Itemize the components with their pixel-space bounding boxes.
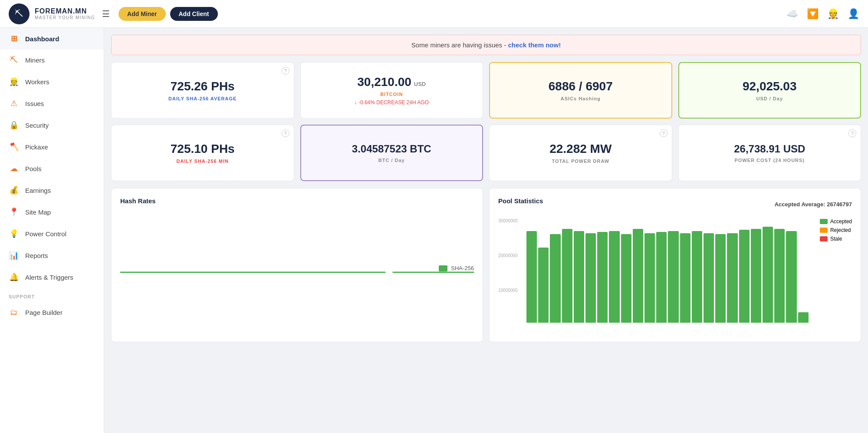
power-icon: 💡 [9, 229, 19, 238]
bar-group [597, 218, 608, 323]
hash-rates-legend: SHA-256 [439, 265, 474, 271]
bar-group [550, 218, 560, 323]
bar-group [585, 218, 596, 323]
sidebar-label-security: Security [25, 122, 49, 129]
sidebar-item-earnings[interactable]: 💰 Earnings [0, 179, 104, 201]
charts-grid: Hash Rates SHA-256 Pool Statistics [111, 188, 861, 342]
pool-legend: Accepted Rejected Stale [820, 218, 852, 242]
sidebar-label-power-control: Power Control [25, 230, 66, 238]
sidebar-item-pickaxe[interactable]: 🪓 Pickaxe [0, 136, 104, 158]
sidebar-label-dashboard: Dashboard [25, 35, 59, 43]
alert-banner: Some miners are having issues - check th… [111, 35, 861, 55]
help-icon-power-draw[interactable]: ? [660, 129, 667, 137]
bar-accepted [727, 233, 737, 323]
bar-group [526, 218, 537, 323]
bitcoin-label: BITCOIN [380, 92, 403, 97]
hash-rates-chart: SHA-256 [120, 212, 474, 333]
sidebar-item-dashboard[interactable]: ⊞ Dashboard [0, 28, 104, 50]
pool-legend-stale: Stale [820, 236, 852, 242]
logo-area: ⛏ FOREMAN.MN MASTER YOUR MINING [9, 3, 95, 24]
add-client-button[interactable]: Add Client [170, 7, 218, 21]
metric-card-sha-avg: ? 725.26 PHs DAILY SHA-256 AVERAGE [111, 62, 294, 119]
worker-icon[interactable]: 👷 [827, 8, 839, 20]
sidebar-label-issues: Issues [25, 100, 44, 107]
main-layout: ⊞ Dashboard ⛏ Miners 👷 Workers ⚠ Issues … [0, 28, 868, 433]
bar-accepted [621, 234, 631, 323]
sidebar-item-miners[interactable]: ⛏ Miners [0, 50, 104, 71]
alerts-icon: 🔔 [9, 272, 19, 282]
power-cost-label: POWER COST (24 HOURS) [734, 158, 805, 163]
sidebar-label-pools: Pools [25, 165, 42, 172]
alert-link[interactable]: check them now! [508, 41, 561, 49]
bar-group [562, 218, 572, 323]
pickaxe-icon: 🪓 [9, 142, 19, 152]
bitcoin-price-value: 30,210.00 [357, 75, 411, 89]
pool-bars [526, 218, 809, 323]
sidebar-item-alerts[interactable]: 🔔 Alerts & Triggers [0, 266, 104, 288]
hash-rates-card: Hash Rates SHA-256 [111, 188, 483, 342]
sha-avg-label: DAILY SHA-256 AVERAGE [168, 96, 237, 101]
profile-icon[interactable]: 👤 [848, 8, 859, 20]
help-icon-sha-avg[interactable]: ? [282, 67, 289, 75]
reports-icon: 📊 [9, 251, 19, 260]
sidebar-label-earnings: Earnings [25, 187, 51, 194]
y-axis-30m: 30000000 [498, 218, 524, 223]
sidebar-item-reports[interactable]: 📊 Reports [0, 245, 104, 266]
metric-card-sha-min: ? 725.10 PHs DAILY SHA-256 MIN [111, 125, 294, 181]
bar-accepted [680, 233, 690, 323]
stale-label: Stale [830, 236, 842, 242]
bar-group [538, 218, 549, 323]
accepted-color [820, 219, 828, 224]
help-icon-sha-min[interactable]: ? [282, 129, 289, 137]
alert-text: Some miners are having issues - [411, 41, 508, 49]
metric-card-asics: 6886 / 6907 ASICs Hashing [489, 62, 672, 119]
hamburger-menu[interactable]: ☰ [102, 9, 110, 19]
hash-rates-svg [120, 212, 474, 333]
sidebar-label-workers: Workers [25, 78, 49, 86]
bar-accepted [739, 230, 750, 323]
sidebar-item-workers[interactable]: 👷 Workers [0, 71, 104, 93]
metrics-grid: ? 725.26 PHs DAILY SHA-256 AVERAGE 30,21… [111, 62, 861, 181]
metric-card-btc-day: 3.04587523 BTC BTC / Day [300, 125, 483, 181]
power-cost-value: 26,738.91 USD [734, 143, 805, 155]
pool-stats-title: Pool Statistics [498, 197, 543, 205]
brand-name: FOREMAN.MN [35, 7, 95, 15]
security-icon: 🔒 [9, 120, 19, 130]
bar-accepted [692, 231, 702, 323]
bar-group [715, 218, 726, 323]
add-miner-button[interactable]: Add Miner [118, 7, 165, 21]
sidebar-item-page-builder[interactable]: 🗂 Page Builder [0, 302, 104, 323]
cloud-icon[interactable]: ☁️ [786, 8, 798, 20]
btc-day-label: BTC / Day [378, 158, 405, 163]
workers-icon: 👷 [9, 77, 19, 86]
metric-card-power-draw: ? 22.282 MW TOTAL POWER DRAW [489, 125, 672, 181]
y-axis-10m: 10000000 [498, 288, 524, 293]
sidebar-item-security[interactable]: 🔒 Security [0, 114, 104, 136]
bar-group [668, 218, 678, 323]
sidebar-item-issues[interactable]: ⚠ Issues [0, 93, 104, 114]
bar-accepted [704, 233, 714, 323]
metric-card-usd-day: 92,025.03 USD / Day [678, 62, 861, 119]
bitcoin-currency: USD [414, 81, 426, 87]
sidebar: ⊞ Dashboard ⛏ Miners 👷 Workers ⚠ Issues … [0, 28, 104, 433]
bitcoin-change: ↓ -0.64% DECREASE 24H AGO [355, 99, 429, 106]
bar-group [751, 218, 761, 323]
bar-accepted [751, 229, 761, 323]
filter-icon[interactable]: 🔽 [807, 8, 819, 20]
sidebar-item-sitemap[interactable]: 📍 Site Map [0, 201, 104, 223]
pool-legend-accepted: Accepted [820, 218, 852, 225]
sha256-legend-label: SHA-256 [451, 265, 474, 271]
sha-min-value: 725.10 PHs [171, 142, 235, 156]
bar-group [680, 218, 690, 323]
sidebar-item-power-control[interactable]: 💡 Power Control [0, 223, 104, 245]
usd-day-label: USD / Day [756, 96, 783, 101]
bar-accepted [538, 248, 549, 323]
bar-accepted [562, 229, 572, 323]
bar-group [763, 218, 773, 323]
sha256-legend-dot [439, 265, 447, 271]
pool-accepted-avg: Accepted Average: 26746797 [775, 201, 852, 208]
sidebar-item-pools[interactable]: ☁ Pools [0, 158, 104, 179]
bar-accepted [574, 231, 584, 323]
help-icon-power-cost[interactable]: ? [848, 129, 856, 137]
bar-accepted [656, 232, 667, 323]
